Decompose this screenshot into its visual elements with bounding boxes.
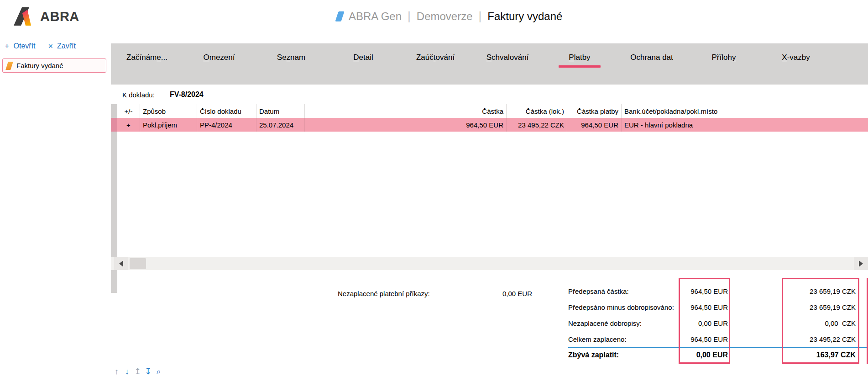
- column-header[interactable]: Datum: [256, 104, 305, 118]
- table-cell: 964,50 EUR: [305, 118, 507, 132]
- unpaid-orders-label: Nezaplacené platební příkazy:: [338, 290, 430, 297]
- main-panel: Začínáme...OmezeníSeznamDetailZaúčtování…: [111, 36, 868, 382]
- sidebar: + Otevřít × Zavřít Faktury vydané: [0, 36, 111, 382]
- plus-icon: +: [5, 42, 10, 50]
- title-environment: Demoverze: [417, 10, 473, 23]
- sidebar-item-faktury-vydane[interactable]: Faktury vydané: [2, 58, 106, 73]
- scrollbar-thumb[interactable]: [130, 258, 146, 269]
- tab-label: X-vazby: [760, 53, 832, 62]
- close-icon: ×: [48, 42, 53, 50]
- tab-label: Omezení: [183, 53, 255, 62]
- abra-logo-icon: [14, 7, 37, 26]
- agenda-slash-icon: [5, 62, 13, 70]
- grid-navigation-toolbar: ↑↓↥↧⌕: [113, 367, 162, 376]
- tab-bar: Začínáme...OmezeníSeznamDetailZaúčtování…: [111, 43, 832, 77]
- table-row[interactable]: +Pokl.příjemPP-4/202425.07.2024964,50 EU…: [111, 118, 868, 132]
- tab-label: Platby: [544, 53, 616, 62]
- table-cell: EUR - hlavní pokladna: [622, 118, 868, 132]
- summary-row-label: Nezaplacené dobropisy:: [568, 319, 642, 327]
- table-cell: 23 495,22 CZK: [507, 118, 567, 132]
- payment-summary: Nezaplacené platební příkazy: 0,00 EUR P…: [111, 282, 868, 374]
- move-bottom-icon[interactable]: ↧: [144, 367, 152, 376]
- close-button[interactable]: × Zavřít: [48, 42, 76, 50]
- window-title: ABRA Gen | Demoverze | Faktury vydané: [337, 9, 562, 23]
- scroll-left-button[interactable]: [114, 257, 128, 270]
- close-button-label: Zavřít: [57, 42, 76, 50]
- title-app-name: ABRA Gen: [349, 10, 402, 23]
- tab-za-tov-n[interactable]: Zaúčtování: [399, 43, 471, 77]
- column-header[interactable]: Částka: [305, 104, 507, 118]
- summary-row-label: Celkem zaplaceno:: [568, 335, 627, 343]
- abra-logo-text: ABRA: [40, 9, 79, 24]
- move-top-icon[interactable]: ↥: [134, 367, 141, 376]
- move-up-icon[interactable]: ↑: [113, 367, 120, 376]
- scroll-left-icon: [119, 260, 123, 267]
- tab-strip: Začínáme...OmezeníSeznamDetailZaúčtování…: [111, 43, 868, 104]
- table-cell: 964,50 EUR: [567, 118, 622, 132]
- open-button[interactable]: + Otevřít: [5, 42, 36, 50]
- abra-logo: ABRA: [14, 7, 79, 26]
- search-icon[interactable]: ⌕: [155, 367, 162, 376]
- tab-platby[interactable]: Platby: [544, 43, 616, 77]
- table-cell: 25.07.2024: [256, 118, 305, 132]
- horizontal-scrollbar[interactable]: [111, 257, 868, 270]
- title-separator: |: [408, 9, 411, 23]
- tab-p-lohy[interactable]: Přílohy: [688, 43, 760, 77]
- scroll-right-icon: [859, 260, 863, 267]
- document-number: FV-8/2024: [170, 90, 204, 99]
- tab-schvalov-n[interactable]: Schvalování: [471, 43, 544, 77]
- grid-header-row: +/-ZpůsobČíslo dokladuDatumČástkaČástka …: [111, 104, 868, 118]
- column-header[interactable]: Způsob: [140, 104, 197, 118]
- table-cell: Pokl.příjem: [140, 118, 197, 132]
- column-header[interactable]: Bank.účet/pokladna/pokl.místo: [622, 104, 868, 118]
- row-indicator-cell: [111, 118, 117, 132]
- tab-ochrana-dat[interactable]: Ochrana dat: [616, 43, 688, 77]
- tab-label: Ochrana dat: [616, 53, 688, 62]
- tab-label: Začínáme...: [111, 53, 183, 62]
- tab-label: Seznam: [255, 53, 327, 62]
- title-page-name: Faktury vydané: [487, 10, 562, 23]
- sidebar-item-label: Faktury vydané: [16, 62, 63, 69]
- header-indicator-cell: [111, 104, 117, 118]
- tab-x-vazby[interactable]: X-vazby: [760, 43, 832, 77]
- unpaid-orders-value: 0,00 EUR: [456, 290, 532, 297]
- column-header[interactable]: Částka (lok.): [507, 104, 567, 118]
- scroll-right-button[interactable]: [854, 257, 868, 270]
- tab-label: Detail: [327, 53, 399, 62]
- app-header: ABRA ABRA Gen | Demoverze | Faktury vyda…: [0, 0, 868, 36]
- unpaid-orders-row: Nezaplacené platební příkazy: 0,00 EUR: [338, 290, 430, 297]
- open-button-label: Otevřít: [14, 42, 36, 50]
- tab-omezen[interactable]: Omezení: [183, 43, 255, 77]
- move-down-icon[interactable]: ↓: [123, 367, 131, 376]
- title-slash-icon: [335, 11, 344, 21]
- tab-label: Schvalování: [471, 53, 544, 62]
- active-tab-underline: [559, 65, 601, 68]
- eur-highlight-box: [679, 278, 730, 364]
- table-cell: +: [117, 118, 140, 132]
- column-header[interactable]: Částka platby: [567, 104, 622, 118]
- column-header[interactable]: Číslo dokladu: [197, 104, 256, 118]
- tab-detail[interactable]: Detail: [327, 43, 399, 77]
- tab-label: Zaúčtování: [399, 53, 471, 62]
- table-cell: PP-4/2024: [197, 118, 256, 132]
- document-bar-label: K dokladu:: [122, 91, 155, 99]
- document-bar: K dokladu: FV-8/2024: [111, 85, 868, 105]
- title-separator: |: [479, 9, 482, 23]
- tab-seznam[interactable]: Seznam: [255, 43, 327, 77]
- summary-row-label: Předepsaná částka:: [568, 287, 629, 295]
- tab-za-n-me[interactable]: Začínáme...: [111, 43, 183, 77]
- payments-grid: +/-ZpůsobČíslo dokladuDatumČástkaČástka …: [111, 104, 868, 132]
- tab-label: Přílohy: [688, 53, 760, 62]
- summary-row-label: Zbývá zaplatit:: [568, 351, 619, 359]
- grid-body: +Pokl.příjemPP-4/202425.07.2024964,50 EU…: [111, 118, 868, 132]
- column-header[interactable]: +/-: [117, 104, 140, 118]
- czk-highlight-box: [782, 278, 859, 364]
- summary-row-label: Předepsáno minus dobropisováno:: [568, 303, 674, 311]
